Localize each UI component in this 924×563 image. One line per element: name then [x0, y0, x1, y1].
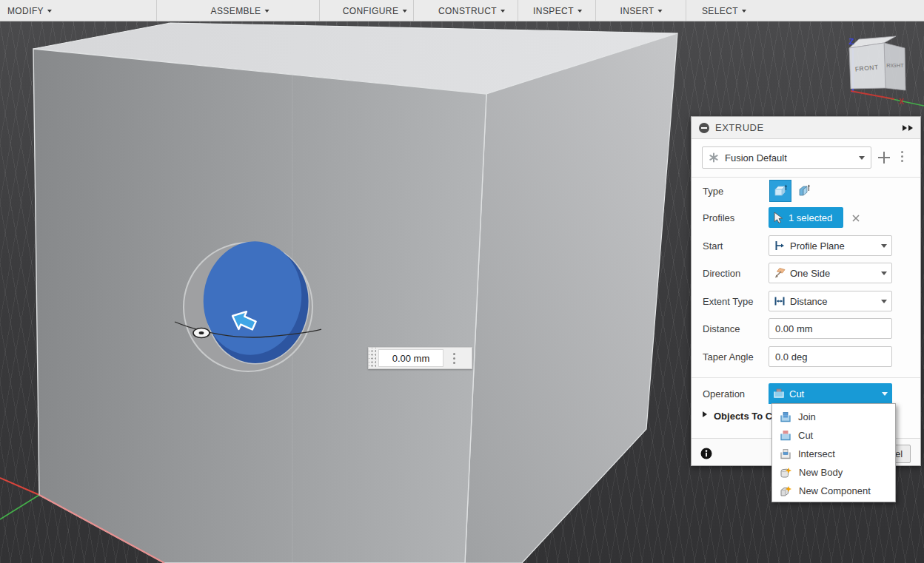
profiles-label: Profiles — [703, 212, 734, 223]
profiles-selection-button[interactable]: 1 selected — [769, 207, 843, 228]
info-icon[interactable] — [700, 448, 712, 462]
viewcube-right-label[interactable]: RIGHT — [886, 62, 904, 69]
dialog-title: EXTRUDE — [715, 122, 764, 133]
join-icon — [780, 411, 791, 423]
taper-angle-input[interactable] — [769, 346, 892, 367]
x-axis-line — [0, 478, 39, 495]
chevron-down-icon — [882, 392, 888, 396]
viewport-distance-input[interactable] — [378, 349, 443, 367]
extent-type-dropdown[interactable]: Distance — [769, 291, 892, 311]
menu-configure[interactable]: CONFIGURE — [343, 0, 407, 21]
start-label: Start — [703, 240, 723, 252]
taper-handle-center — [199, 331, 204, 334]
operation-option-intersect[interactable]: Intersect — [772, 445, 895, 463]
taper-angle-label: Taper Angle — [703, 351, 754, 363]
chevron-down-icon — [47, 10, 52, 13]
preset-dropdown[interactable]: Fusion Default — [702, 146, 871, 169]
chevron-down-icon — [881, 300, 887, 303]
chevron-down-icon — [264, 10, 269, 13]
start-value: Profile Plane — [790, 240, 845, 252]
chevron-down-icon — [742, 10, 746, 13]
chevron-down-icon — [402, 10, 406, 13]
operation-option-new-body[interactable]: New Body — [772, 463, 895, 482]
intersect-icon — [780, 448, 791, 460]
x-axis-label: X — [899, 98, 904, 106]
one-side-icon — [774, 267, 786, 279]
cut-icon — [780, 430, 791, 442]
menu-construct[interactable]: CONSTRUCT — [438, 0, 505, 21]
chevron-down-icon — [881, 244, 887, 248]
cube-right-face[interactable] — [465, 33, 677, 563]
menu-assemble[interactable]: ASSEMBLE — [211, 0, 270, 21]
dialog-header[interactable]: EXTRUDE — [692, 117, 920, 139]
preset-menu-icon[interactable] — [901, 151, 903, 162]
divider — [692, 377, 920, 378]
operation-dropdown[interactable]: Cut — [769, 383, 892, 404]
operation-value: Cut — [789, 388, 804, 400]
menu-select[interactable]: SELECT — [702, 0, 746, 21]
cursor-icon — [773, 212, 784, 224]
type-thin-extrude-button[interactable] — [795, 181, 814, 200]
collapse-circle-icon[interactable] — [699, 123, 709, 133]
clear-selection-icon[interactable] — [851, 212, 860, 226]
chevron-down-icon — [658, 10, 663, 13]
chevron-down-icon — [859, 156, 865, 160]
profile-plane-icon — [774, 240, 786, 252]
new-component-icon — [780, 485, 792, 497]
menu-divider — [518, 0, 518, 21]
drag-handle[interactable] — [369, 348, 376, 368]
operation-option-cut[interactable]: Cut — [772, 426, 895, 445]
direction-label: Direction — [703, 268, 740, 279]
operation-option-join[interactable]: Join — [772, 408, 895, 426]
extent-type-label: Extent Type — [703, 296, 753, 307]
add-preset-button[interactable] — [877, 150, 891, 165]
type-solid-extrude-button[interactable] — [769, 180, 791, 202]
extent-type-value: Distance — [790, 296, 828, 307]
menu-inspect[interactable]: INSPECT — [533, 0, 582, 21]
z-axis-label: Z — [849, 37, 854, 46]
asterisk-icon — [709, 152, 719, 163]
viewcube-x-axis — [851, 91, 894, 99]
y-axis-line — [0, 495, 39, 519]
menu-modify[interactable]: MODIFY — [7, 0, 52, 21]
direction-dropdown[interactable]: One Side — [769, 263, 892, 283]
type-label: Type — [703, 186, 723, 197]
menu-divider — [413, 0, 414, 21]
preset-value: Fusion Default — [725, 152, 787, 163]
menu-divider — [156, 0, 157, 21]
operation-option-new-component[interactable]: New Component — [772, 482, 895, 500]
more-options-icon[interactable] — [453, 353, 455, 364]
menu-divider — [319, 0, 320, 21]
distance-label: Distance — [703, 323, 740, 334]
distance-input[interactable] — [769, 318, 892, 339]
dock-panel-icon[interactable] — [901, 125, 913, 131]
expand-triangle-icon[interactable] — [703, 411, 707, 417]
thin-extrude-icon — [797, 183, 812, 198]
floating-distance-toolbar — [368, 347, 472, 369]
menu-insert[interactable]: INSERT — [620, 0, 662, 21]
chevron-down-icon — [881, 272, 887, 275]
menu-divider — [595, 0, 596, 21]
operation-label: Operation — [703, 388, 745, 400]
chevron-down-icon — [578, 10, 582, 13]
menu-divider — [686, 0, 686, 21]
chevron-down-icon — [500, 10, 505, 13]
distance-extent-icon — [774, 295, 786, 307]
top-menu-bar: MODIFY ASSEMBLE CONFIGURE CONSTRUCT INSP… — [0, 0, 924, 21]
cut-operation-icon — [773, 388, 785, 400]
divider — [692, 177, 920, 178]
direction-value: One Side — [790, 268, 830, 279]
solid-extrude-icon — [773, 183, 788, 198]
operation-dropdown-menu: Join Cut Intersect New Body New Comp — [771, 403, 896, 502]
profiles-count: 1 selected — [789, 212, 832, 223]
new-body-icon — [780, 467, 792, 479]
start-dropdown[interactable]: Profile Plane — [769, 235, 892, 256]
view-cube[interactable]: FRONT RIGHT Z X — [849, 36, 905, 106]
